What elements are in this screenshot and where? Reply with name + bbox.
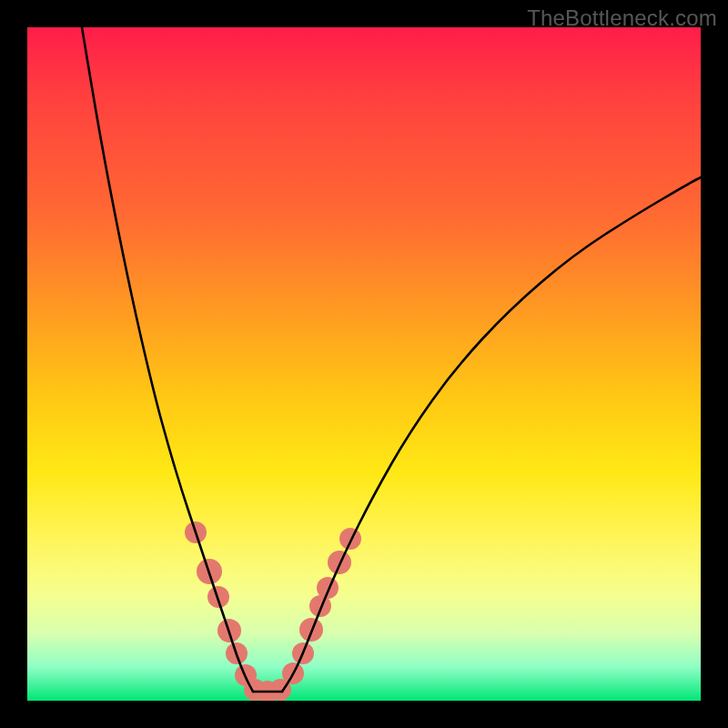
- data-marker: [317, 577, 339, 599]
- chart-svg: [27, 27, 701, 701]
- watermark-text: TheBottleneck.com: [527, 5, 717, 31]
- curve-right: [282, 177, 701, 692]
- outer-frame: TheBottleneck.com: [0, 0, 728, 728]
- data-marker: [339, 528, 361, 550]
- plot-area: [27, 27, 701, 701]
- data-marker-group: [185, 521, 361, 701]
